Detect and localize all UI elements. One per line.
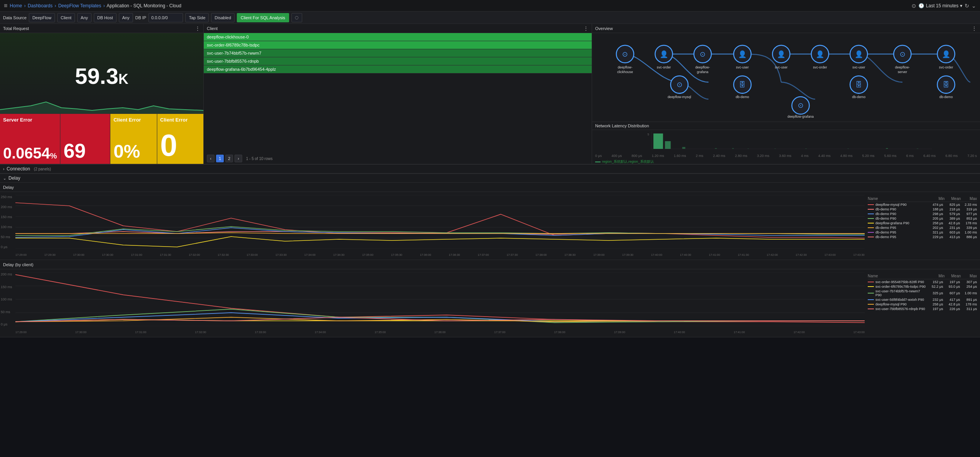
svg-text:db-demo: db-demo: [939, 95, 953, 99]
client-panel-header: Client ⋮: [204, 24, 592, 33]
table-row[interactable]: svc-user-7bbfb85576-rdnpb: [204, 57, 592, 65]
client-error-pct-value: 0%: [113, 142, 153, 161]
total-request-title: Total Request: [3, 26, 29, 31]
svg-text:svc-user: svc-user: [852, 65, 865, 69]
legend-name: db-demo P95: [875, 230, 926, 234]
connection-section-header[interactable]: › Connection (2 panels): [0, 164, 980, 173]
legend-name: deepflow-grafana P90: [875, 221, 926, 225]
client-table: deepflow-clickhouse-0 svc-order-6f6789c7…: [204, 33, 592, 73]
delay-by-client-chart: 200 ms 150 ms 100 ms 50 ms 0 μs: [0, 272, 865, 334]
client-btn[interactable]: Client: [57, 13, 75, 22]
time-range-selector[interactable]: 🕐 Last 15 minutes ▾: [918, 3, 962, 8]
network-latency-header: Network Latency Distribution: [592, 122, 980, 130]
delay-client-legend: Name Min Mean Max svc-order-9554875bb-82…: [865, 272, 980, 334]
table-row[interactable]: svc-user-7b74bbf57b-rwwm7: [204, 49, 592, 57]
client-panel-title: Client: [207, 26, 218, 31]
next-page-btn[interactable]: ›: [235, 155, 242, 162]
legend-mean: 231 μs: [945, 226, 960, 230]
table-row[interactable]: deepflow-grafana-6b7bd96454-4pplz: [204, 65, 592, 73]
svg-text:🗄: 🗄: [855, 81, 862, 88]
overview-menu-icon[interactable]: ⋮: [972, 25, 977, 32]
legend-color: [868, 218, 874, 219]
client-legend-color: [868, 286, 874, 287]
table-row[interactable]: deepflow-clickhouse-0: [204, 33, 592, 41]
hamburger-icon[interactable]: ≡: [4, 2, 7, 9]
delay-by-client-panel: Delay (by client) 200 ms 150 ms 100 ms 5…: [0, 260, 980, 337]
client-legend-mean: 197 μs: [945, 280, 960, 284]
client-legend-color: [868, 282, 874, 282]
page-2-btn[interactable]: 2: [225, 155, 233, 162]
y-axis: 250 ms 200 ms 150 ms 100 ms 50 ms 0 μs: [1, 195, 12, 249]
nav-dashboards[interactable]: Dashboards: [28, 3, 53, 8]
client-legend-name: svc-user-7bbfb85576-rdnpb P90: [875, 307, 926, 311]
legend-min: 202 μs: [928, 226, 943, 230]
svg-text:server: server: [898, 70, 907, 74]
svg-text:⊙: ⊙: [900, 50, 905, 58]
client-legend-row: deepflow-mysql P90 258 μs 42.8 μs 178 ms: [868, 302, 977, 306]
legend-row: db-demo P95 229 μs 413 μs 886 μs: [868, 235, 977, 239]
nav-home[interactable]: Home: [10, 3, 22, 8]
legend-max-col: Max: [961, 197, 977, 201]
total-request-chart: [0, 94, 203, 113]
delay-section-header[interactable]: ⌄ Delay: [0, 173, 980, 183]
legend-row: db-demo P90 298 μs 579 μs 977 μs: [868, 212, 977, 216]
client-sql-btn[interactable]: Client For SQL Analysis: [237, 13, 289, 22]
legend-mean-col: Mean: [945, 197, 961, 201]
svg-text:👤: 👤: [660, 50, 669, 58]
refresh-btn[interactable]: ↻: [965, 3, 969, 9]
svg-rect-56: [805, 148, 807, 149]
client-legend-color: [868, 299, 874, 300]
svg-rect-58: [886, 148, 888, 149]
client-legend-mean: 42.8 μs: [945, 302, 960, 306]
nav-deepflow-templates[interactable]: DeepFlow Templates: [58, 3, 101, 8]
svg-marker-0: [0, 102, 203, 113]
client-legend-name: svc-user-56f8f4bdd7-wxtxh P90: [875, 298, 926, 302]
client-name: deepflow-grafana-6b7bd96454-4pplz: [204, 65, 592, 73]
svg-text:svc-order: svc-order: [813, 65, 827, 69]
legend-max: 886 μs: [962, 235, 977, 239]
page-1-btn[interactable]: 1: [216, 155, 224, 162]
extra-btn[interactable]: ◌: [291, 13, 302, 22]
chevron-down-icon: ⌄: [3, 176, 6, 180]
client-panel-menu-icon[interactable]: ⋮: [583, 25, 589, 32]
prev-page-btn[interactable]: ‹: [207, 155, 215, 162]
server-error-value: 0.0654%: [3, 145, 57, 161]
clock-icon: 🕐: [918, 3, 924, 8]
client-error-0-panel: Client Error 0: [157, 114, 203, 164]
svg-rect-49: [654, 133, 663, 149]
table-row[interactable]: svc-order-6f6789c78b-tsdpc: [204, 41, 592, 49]
any-btn-1[interactable]: Any: [77, 13, 92, 22]
svg-text:⊙: ⊙: [622, 50, 628, 58]
client-table-container[interactable]: deepflow-clickhouse-0 svc-order-6f6789c7…: [204, 33, 592, 153]
legend-label: region_系统默认,region_系统默认: [602, 159, 654, 164]
overview-canvas: ⊙ deepflow- clickhouse 👤 svc-order ⊙ dee…: [592, 33, 980, 122]
tap-side-btn[interactable]: Tap Side: [185, 13, 209, 22]
svg-rect-52: [715, 148, 717, 149]
any-btn-2[interactable]: Any: [119, 13, 133, 22]
legend-min: 205 μs: [928, 217, 943, 220]
delay-client-svg: [15, 272, 865, 326]
panel-menu-icon[interactable]: ⋮: [195, 25, 200, 32]
client-mean-col: Mean: [945, 274, 961, 278]
db-ip-input[interactable]: [148, 13, 183, 22]
svg-text:5: 5: [647, 133, 649, 136]
total-request-header: Total Request ⋮: [0, 24, 203, 33]
server-error-label: Server Error: [3, 117, 57, 123]
client-legend-header: Name Min Mean Max: [868, 274, 977, 279]
db-host-btn[interactable]: DB Host: [94, 13, 116, 22]
top-panels-row: Total Request ⋮ 59.3K Server: [0, 24, 980, 164]
client-legend-row: svc-user-7b74bbf57b-rwwm7 P90 325 μs 607…: [868, 289, 977, 297]
svg-text:db-demo: db-demo: [736, 95, 749, 99]
client-legend-min: 52.2 μs: [928, 285, 943, 289]
total-request-value: 59.3K: [75, 63, 128, 89]
client-min-col: Min: [928, 274, 945, 278]
breadcrumb: Home › Dashboards › DeepFlow Templates ›…: [10, 3, 181, 8]
deepflow-btn[interactable]: DeepFlow: [29, 13, 55, 22]
share-icon[interactable]: ⊙: [912, 3, 916, 9]
legend-color: [868, 213, 874, 214]
svg-text:deepflow-: deepflow-: [695, 65, 710, 69]
settings-chevron[interactable]: ⌄: [972, 3, 976, 9]
disabled-btn[interactable]: Disabled: [211, 13, 235, 22]
legend-min: 474 μs: [928, 203, 943, 207]
client-legend-mean: 93.0 μs: [945, 285, 960, 289]
